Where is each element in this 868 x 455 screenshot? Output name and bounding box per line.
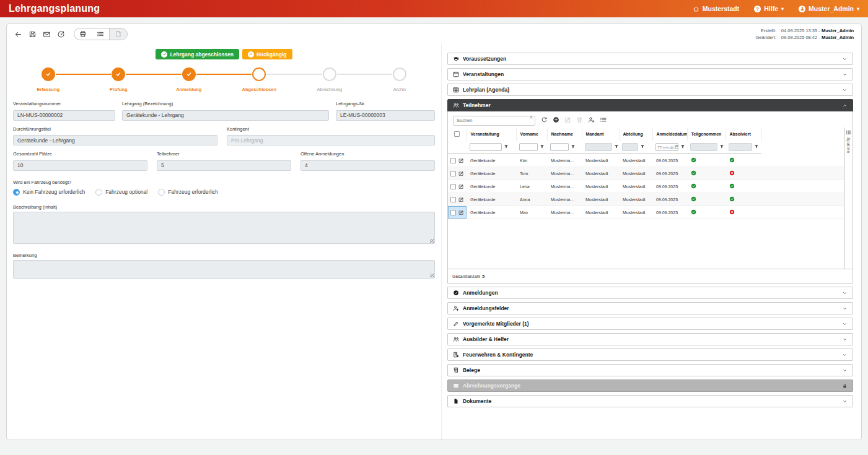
beschreibung-textarea[interactable] [13, 212, 435, 244]
column-filter-input[interactable] [690, 143, 717, 151]
field-veranstaltungsnummer: Veranstaltungsnummer [13, 101, 115, 121]
table-row[interactable]: GerätekundeKimMusterma...MusterstadtMust… [448, 154, 844, 167]
back-button[interactable] [14, 30, 22, 38]
row-checkbox[interactable] [450, 184, 456, 189]
save-icon [28, 30, 37, 38]
refresh-button[interactable] [541, 116, 548, 123]
table-row[interactable]: GerätekundeMaxMusterma...MusterstadtMust… [448, 206, 844, 219]
refresh-icon [541, 116, 548, 123]
panel-anmeldungsfelder[interactable]: Anmeldungsfelder [447, 302, 853, 314]
column-header[interactable]: Teilgenommen [687, 128, 726, 141]
funnel-icon[interactable] [680, 144, 685, 149]
kontingent-input[interactable] [227, 135, 435, 145]
panel-teilnehmer[interactable]: Teilnehmer [447, 99, 853, 111]
column-header[interactable]: Abteilung [619, 128, 652, 141]
panel-veranstaltungen[interactable]: Veranstaltungen [447, 68, 853, 80]
history-button[interactable] [57, 30, 65, 38]
column-filter-input[interactable] [519, 143, 538, 151]
help-menu[interactable]: ? Hilfe ▾ [754, 5, 784, 12]
protocol-button[interactable] [92, 28, 109, 40]
edit-row-button[interactable] [458, 171, 464, 176]
list-check-icon [97, 30, 104, 38]
list-settings-button[interactable] [600, 116, 607, 123]
step-circle [182, 67, 196, 81]
column-header[interactable]: Absolviert [726, 128, 761, 141]
row-checkbox[interactable] [450, 171, 456, 176]
column-header[interactable]: Vorname [516, 128, 547, 141]
print-button[interactable] [74, 28, 92, 40]
add-button[interactable] [553, 116, 559, 123]
column-filter-input[interactable] [470, 143, 502, 151]
column-header[interactable]: Anmeldedatum [652, 128, 687, 141]
vehicle-radio-0[interactable]: Kein Fahrzeug erforderlich [13, 189, 85, 196]
undo-button[interactable]: Rückgängig [242, 49, 292, 59]
offene-anmeldungen-input[interactable] [300, 160, 435, 171]
panel-lehrplan-agenda-[interactable]: Lehrplan (Agenda) [447, 84, 853, 96]
lehrgang-bezeichnung-input[interactable] [122, 110, 329, 121]
send-mail-button[interactable] [43, 30, 51, 38]
date-filter-input[interactable]: TT.mm.jjjj [655, 143, 678, 151]
durchfuehrungstitel-input[interactable] [13, 135, 217, 145]
panel-anmeldungen[interactable]: Anmeldungen [447, 287, 853, 299]
panel-vorgemerkte-mitglieder-1-[interactable]: Vorgemerkte Mitglieder (1) [447, 318, 853, 330]
panel-voraussetzungen[interactable]: Voraussetzungen [447, 53, 853, 65]
panel-abrechnungsvorgänge: Abrechnungsvorgänge [447, 379, 853, 392]
edit-row-button[interactable] [458, 197, 464, 202]
table-row[interactable]: GerätekundeAnnaMusterma...MusterstadtMus… [448, 193, 844, 206]
funnel-icon[interactable] [640, 144, 645, 149]
column-header[interactable]: Nachname [547, 128, 582, 141]
column-header[interactable]: Mandant [582, 128, 619, 141]
step-prüfung: Prüfung [84, 67, 154, 92]
funnel-icon[interactable] [571, 144, 576, 149]
edit-row-button[interactable] [458, 184, 464, 189]
vehicle-radio-2[interactable]: Fahrzeug erforderlich [158, 189, 218, 196]
funnel-icon[interactable] [540, 144, 545, 149]
status-check-icon [729, 157, 735, 163]
funnel-icon[interactable] [754, 144, 759, 149]
funnel-icon [640, 144, 645, 149]
row-checkbox[interactable] [450, 210, 456, 215]
edit-row-button[interactable] [458, 158, 464, 163]
columns-panel-tab[interactable]: Spalten [844, 128, 853, 269]
funnel-icon[interactable] [614, 144, 619, 149]
search-input[interactable] [453, 116, 535, 126]
table-header-row: VeranstaltungVornameNachnameMandantAbtei… [448, 128, 844, 141]
clear-search-button[interactable]: × [529, 114, 533, 121]
edit-row-button[interactable] [458, 210, 464, 215]
row-checkbox[interactable] [450, 197, 456, 202]
funnel-icon[interactable] [719, 144, 724, 149]
bemerkung-textarea[interactable] [13, 260, 435, 279]
vehicle-radio-1[interactable]: Fahrzeug optional [95, 189, 147, 196]
teilnehmer-input[interactable] [157, 160, 291, 171]
lock-icon [842, 383, 848, 389]
gesamtzahl-plaetze-input[interactable] [13, 160, 147, 171]
chevron-down-icon [842, 306, 848, 311]
column-filter-input[interactable] [622, 143, 638, 151]
tenant-menu[interactable]: Musterstadt [693, 5, 740, 12]
save-button[interactable] [28, 30, 37, 38]
column-filter-input[interactable] [729, 143, 752, 151]
course-completed-button[interactable]: Lehrgang abgeschlossen [156, 49, 239, 59]
add-person-button[interactable] [588, 116, 595, 123]
panel-feuerwehren-kontingente[interactable]: Feuerwehren & Kontingente [447, 349, 853, 361]
funnel-icon[interactable] [504, 144, 509, 149]
status-check-icon [691, 209, 696, 215]
status-check-icon [729, 196, 735, 202]
table-row[interactable]: GerätekundeLenaMusterma...MusterstadtMus… [448, 180, 844, 193]
step-label: Abgeschlossen [242, 87, 276, 92]
row-checkbox[interactable] [450, 158, 456, 163]
panel-dokumente[interactable]: Dokumente [447, 395, 853, 407]
panel-belege[interactable]: Belege [447, 364, 853, 376]
select-all-checkbox[interactable] [454, 131, 460, 137]
table-row[interactable]: GerätekundeTomMusterma...MusterstadtMust… [448, 167, 844, 180]
arrow-left-icon [14, 30, 22, 38]
column-filter-input[interactable] [550, 143, 569, 151]
column-header[interactable]: Veranstaltung [467, 128, 516, 141]
pencil-square-icon [458, 197, 464, 202]
lehrgangs-nr-input[interactable] [336, 110, 435, 121]
veranstaltungsnummer-input[interactable] [13, 110, 115, 121]
column-filter-input[interactable] [585, 143, 612, 151]
panel-ausbilder-helfer[interactable]: Ausbilder & Helfer [447, 333, 853, 345]
field-gesamtzahl-plaetze: Gesamtzahl Plätze [13, 151, 147, 171]
user-menu[interactable]: Muster_Admin ▾ [799, 5, 859, 12]
